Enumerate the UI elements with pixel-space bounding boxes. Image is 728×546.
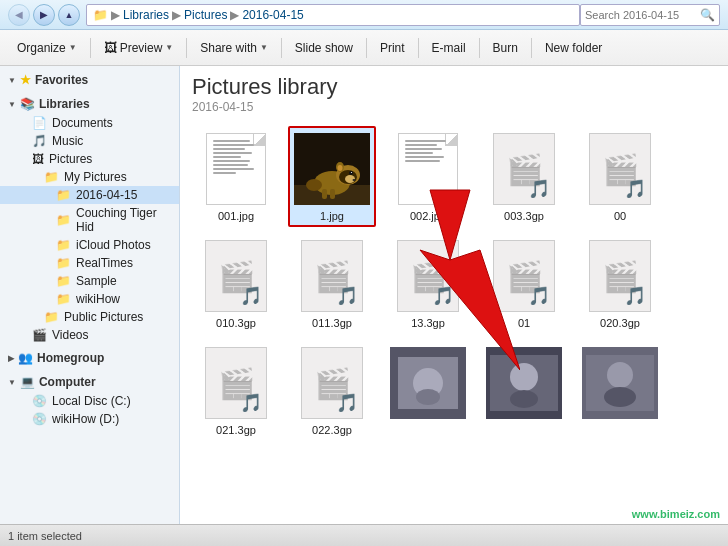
file-item-022gp[interactable]: 🎬 🎵 022.3gp — [288, 340, 376, 441]
burn-button[interactable]: Burn — [484, 35, 527, 61]
sidebar-item-date[interactable]: 📁 2016-04-15 — [0, 186, 179, 204]
music-note-13: 🎵 — [432, 285, 454, 307]
file-item-photo1[interactable] — [384, 340, 472, 441]
file-item-011gp[interactable]: 🎬 🎵 011.3gp — [288, 233, 376, 334]
sidebar-item-mypictures[interactable]: 📁 My Pictures — [0, 168, 179, 186]
back-button[interactable]: ◀ — [8, 4, 30, 26]
file-item-photo3[interactable] — [576, 340, 664, 441]
pictures-label: Pictures — [49, 152, 92, 166]
preview-icon: 🖼 — [104, 40, 117, 55]
file-item-010gp[interactable]: 🎬 🎵 010.3gp — [192, 233, 280, 334]
sidebar-item-wikihow[interactable]: 📁 wikiHow — [0, 290, 179, 308]
toolbar-sep-1 — [90, 38, 91, 58]
share-label: Share with — [200, 41, 257, 55]
ferret-thumbnail — [294, 133, 370, 205]
print-button[interactable]: Print — [371, 35, 414, 61]
sidebar-item-wikihow-d[interactable]: 💿 wikiHow (D:) — [0, 410, 179, 428]
file-thumb-photo1 — [390, 345, 466, 421]
photo1-thumb — [390, 347, 466, 419]
sidebar-item-music[interactable]: 🎵 Music — [0, 132, 179, 150]
music-label: Music — [52, 134, 83, 148]
music-note-01x: 🎵 — [528, 285, 550, 307]
up-button[interactable]: ▲ — [58, 4, 80, 26]
email-button[interactable]: E-mail — [423, 35, 475, 61]
wikihow-label: wikiHow — [76, 292, 120, 306]
svg-point-17 — [416, 389, 440, 405]
file-item-003gp[interactable]: 🎬 🎵 003.3gp — [480, 126, 568, 227]
file-item-1jpg[interactable]: 1.jpg — [288, 126, 376, 227]
file-item-020gp[interactable]: 🎬 🎵 020.3gp — [576, 233, 664, 334]
music-note-020: 🎵 — [624, 285, 646, 307]
slideshow-button[interactable]: Slide show — [286, 35, 362, 61]
file-thumb-13gp: 🎬 🎵 — [390, 238, 466, 314]
file-item-001jpg[interactable]: 001.jpg — [192, 126, 280, 227]
search-icon: 🔍 — [700, 8, 715, 22]
organize-label: Organize — [17, 41, 66, 55]
computer-section: ▼ 💻 Computer 💿 Local Disc (C:) 💿 wikiHow… — [0, 372, 179, 428]
libraries-header[interactable]: ▼ 📚 Libraries — [0, 94, 179, 114]
favorites-header[interactable]: ▼ ★ Favorites — [0, 70, 179, 90]
file-item-002jpg[interactable]: 002.jpg — [384, 126, 472, 227]
sidebar-item-localdisc[interactable]: 💿 Local Disc (C:) — [0, 392, 179, 410]
svg-point-5 — [345, 175, 355, 183]
file-thumb-003gp: 🎬 🎵 — [486, 131, 562, 207]
file-item-00x[interactable]: 🎬 🎵 00 — [576, 126, 664, 227]
file-thumb-011gp: 🎬 🎵 — [294, 238, 370, 314]
doc-lines — [213, 140, 259, 174]
music-note-011: 🎵 — [336, 285, 358, 307]
sidebar-item-icloud[interactable]: 📁 iCloud Photos — [0, 236, 179, 254]
breadcrumb-pictures[interactable]: Pictures — [184, 8, 227, 22]
svg-point-9 — [338, 165, 343, 171]
icloud-icon: 📁 — [56, 238, 71, 252]
breadcrumb[interactable]: 📁 ▶ Libraries ▶ Pictures ▶ 2016-04-15 — [86, 4, 580, 26]
breadcrumb-libraries[interactable]: Libraries — [123, 8, 169, 22]
date-icon: 📁 — [56, 188, 71, 202]
sidebar-item-couching[interactable]: 📁 Couching Tiger Hid — [0, 204, 179, 236]
organize-button[interactable]: Organize ▼ — [8, 35, 86, 61]
preview-label: Preview — [120, 41, 163, 55]
newfolder-button[interactable]: New folder — [536, 35, 611, 61]
file-item-photo2[interactable] — [480, 340, 568, 441]
computer-tri: ▼ — [8, 378, 16, 387]
share-button[interactable]: Share with ▼ — [191, 35, 277, 61]
sidebar-item-videos[interactable]: 🎬 Videos — [0, 326, 179, 344]
homegroup-header[interactable]: ▶ 👥 Homegroup — [0, 348, 179, 368]
search-box[interactable]: 🔍 — [580, 4, 720, 26]
computer-header[interactable]: ▼ 💻 Computer — [0, 372, 179, 392]
favorites-label: Favorites — [35, 73, 88, 87]
file-item-01x[interactable]: 🎬 🎵 01 — [480, 233, 568, 334]
file-name-01x: 01 — [518, 317, 530, 329]
doc-lines-002 — [405, 140, 451, 162]
sidebar-item-realtimes[interactable]: 📁 RealTimes — [0, 254, 179, 272]
toolbar-sep-5 — [418, 38, 419, 58]
mypictures-label: My Pictures — [64, 170, 127, 184]
homegroup-section: ▶ 👥 Homegroup — [0, 348, 179, 368]
favorites-star: ★ — [20, 73, 31, 87]
file-name-003gp: 003.3gp — [504, 210, 544, 222]
search-input[interactable] — [585, 9, 700, 21]
sidebar-item-pictures[interactable]: 🖼 Pictures — [0, 150, 179, 168]
file-item-13gp[interactable]: 🎬 🎵 13.3gp — [384, 233, 472, 334]
file-thumb-010gp: 🎬 🎵 — [198, 238, 274, 314]
file-item-021gp[interactable]: 🎬 🎵 021.3gp — [192, 340, 280, 441]
computer-icon: 💻 — [20, 375, 35, 389]
forward-button[interactable]: ▶ — [33, 4, 55, 26]
file-name-021gp: 021.3gp — [216, 424, 256, 436]
sample-icon: 📁 — [56, 274, 71, 288]
svg-rect-11 — [322, 189, 327, 199]
share-arrow: ▼ — [260, 43, 268, 52]
sidebar-item-publicpictures[interactable]: 📁 Public Pictures — [0, 308, 179, 326]
file-name-001jpg: 001.jpg — [218, 210, 254, 222]
couching-label: Couching Tiger Hid — [76, 206, 171, 234]
content-subtitle: 2016-04-15 — [192, 100, 716, 114]
watermark: www.bimeiz.com — [632, 508, 720, 520]
preview-button[interactable]: 🖼 Preview ▼ — [95, 35, 183, 61]
breadcrumb-date[interactable]: 2016-04-15 — [242, 8, 303, 22]
sidebar-item-sample[interactable]: 📁 Sample — [0, 272, 179, 290]
file-name-020gp: 020.3gp — [600, 317, 640, 329]
favorites-section: ▼ ★ Favorites — [0, 70, 179, 90]
toolbar-sep-6 — [479, 38, 480, 58]
sidebar-item-documents[interactable]: 📄 Documents — [0, 114, 179, 132]
file-thumb-001jpg — [198, 131, 274, 207]
svg-point-6 — [349, 171, 353, 175]
